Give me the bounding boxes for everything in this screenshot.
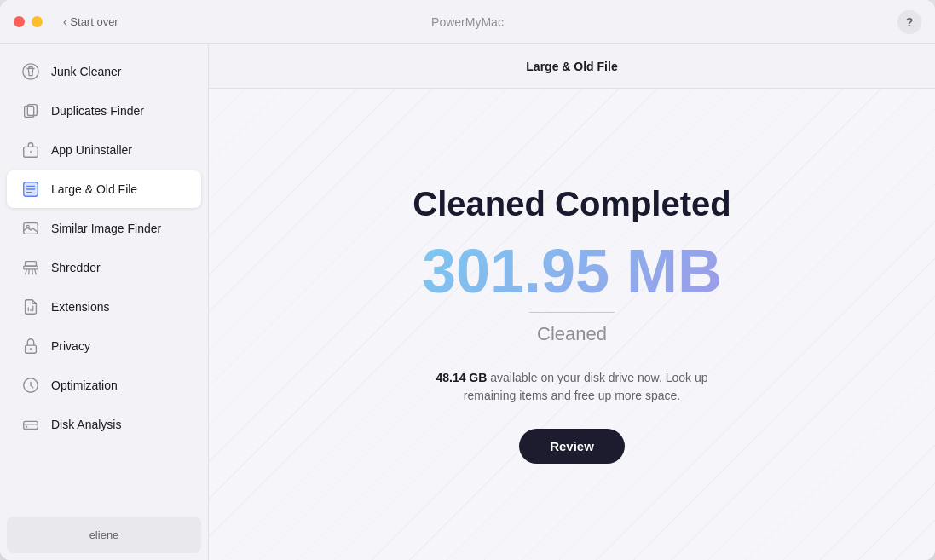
app-window: ‹ Start over PowerMyMac ?	[0, 0, 935, 560]
junk-cleaner-icon	[20, 61, 41, 82]
help-button[interactable]: ?	[897, 10, 921, 34]
close-button[interactable]	[14, 16, 25, 27]
app-uninstaller-label: App Uninstaller	[51, 143, 132, 157]
sidebar: Junk Cleaner Duplicates Finder	[0, 44, 209, 560]
similar-image-finder-label: Similar Image Finder	[51, 222, 161, 235]
app-uninstaller-icon	[20, 140, 41, 160]
cleaned-amount: 301.95 MB	[422, 240, 722, 302]
svg-point-0	[23, 64, 38, 79]
optimization-label: Optimization	[51, 378, 118, 392]
app-title: PowerMyMac	[431, 15, 504, 29]
large-old-file-icon	[20, 179, 41, 199]
extensions-icon	[20, 297, 41, 317]
sidebar-item-app-uninstaller[interactable]: App Uninstaller	[7, 131, 201, 169]
review-button[interactable]: Review	[519, 429, 625, 464]
sidebar-item-disk-analysis[interactable]: Disk Analysis	[7, 406, 201, 443]
chevron-left-icon: ‹	[63, 15, 66, 28]
shredder-label: Shredder	[51, 261, 101, 274]
title-bar: ‹ Start over PowerMyMac ?	[0, 0, 935, 44]
available-text: 48.14 GB available on your disk drive no…	[427, 369, 717, 405]
shredder-icon	[20, 257, 41, 278]
content-area: Large & Old File Cleaned Completed 301.9…	[209, 44, 935, 560]
privacy-label: Privacy	[51, 339, 90, 353]
duplicates-finder-icon	[20, 101, 41, 121]
sidebar-item-large-old-file[interactable]: Large & Old File	[7, 170, 201, 208]
cleaned-divider	[529, 312, 615, 313]
sidebar-user[interactable]: eliene	[7, 517, 201, 553]
content-header-title: Large & Old File	[526, 60, 617, 73]
junk-cleaner-label: Junk Cleaner	[51, 65, 122, 78]
optimization-icon	[20, 375, 41, 395]
cleaned-completed-title: Cleaned Completed	[413, 185, 730, 223]
available-gb: 48.14 GB	[436, 371, 487, 384]
similar-image-finder-icon	[20, 218, 41, 239]
sidebar-item-similar-image-finder[interactable]: Similar Image Finder	[7, 210, 201, 247]
disk-analysis-icon	[20, 414, 41, 435]
sidebar-item-junk-cleaner[interactable]: Junk Cleaner	[7, 53, 201, 90]
svg-point-11	[30, 348, 32, 350]
cleaned-label: Cleaned	[537, 323, 607, 345]
sidebar-item-shredder[interactable]: Shredder	[7, 249, 201, 286]
large-old-file-label: Large & Old File	[51, 182, 137, 196]
sidebar-item-optimization[interactable]: Optimization	[7, 367, 201, 404]
privacy-icon	[20, 336, 41, 356]
svg-point-14	[26, 426, 28, 428]
sidebar-nav: Junk Cleaner Duplicates Finder	[0, 44, 208, 510]
content-header: Large & Old File	[209, 44, 935, 89]
svg-rect-13	[24, 421, 38, 429]
sidebar-item-privacy[interactable]: Privacy	[7, 327, 201, 365]
main-content: Junk Cleaner Duplicates Finder	[0, 44, 935, 560]
available-description: available on your disk drive now. Look u…	[464, 371, 708, 402]
disk-analysis-label: Disk Analysis	[51, 418, 121, 431]
sidebar-item-extensions[interactable]: Extensions	[7, 288, 201, 326]
traffic-lights	[14, 16, 43, 27]
start-over-button[interactable]: ‹ Start over	[63, 15, 118, 28]
sidebar-item-duplicates-finder[interactable]: Duplicates Finder	[7, 92, 201, 130]
extensions-label: Extensions	[51, 300, 109, 314]
content-body: Cleaned Completed 301.95 MB Cleaned 48.1…	[209, 89, 935, 560]
duplicates-finder-label: Duplicates Finder	[51, 104, 144, 118]
minimize-button[interactable]	[32, 16, 43, 27]
svg-rect-9	[26, 262, 37, 267]
